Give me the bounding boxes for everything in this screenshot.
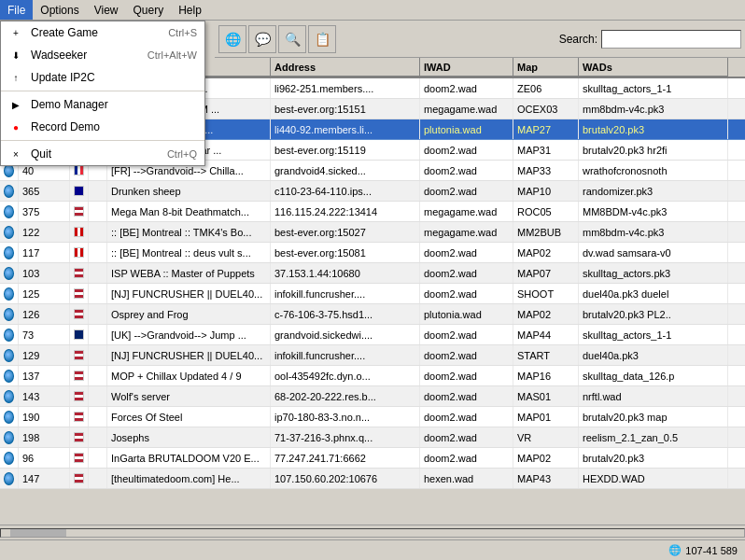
address-cell: li440-92.members.li... xyxy=(271,119,420,139)
server-name-cell: [NJ] FUNCRUSHER || DUEL40... xyxy=(107,345,271,365)
menu-item-record-demo[interactable]: ● Record Demo xyxy=(1,116,204,138)
iwad-cell: doom2.wad xyxy=(420,427,513,447)
server-name-cell: Josephs xyxy=(107,427,271,447)
col-header-iwad[interactable]: IWAD xyxy=(420,58,513,77)
map-cell: MAP44 xyxy=(513,325,579,344)
server-name-cell: MOP + Chillax Updated 4 / 9 xyxy=(107,366,271,385)
table-row[interactable]: 190 Forces Of Steel ip70-180-83-3.no.n..… xyxy=(0,407,745,427)
address-cell: ip70-180-83-3.no.n... xyxy=(271,407,420,427)
create-game-icon: + xyxy=(8,25,23,40)
table-row[interactable]: 365 Drunken sheep c110-23-64-110.ips... … xyxy=(0,181,745,202)
menu-item-create-game[interactable]: + Create Game Ctrl+S xyxy=(1,21,204,44)
flag-icon xyxy=(74,329,84,340)
wads-cell: wrathofcronosnoth xyxy=(579,161,728,180)
menu-item-quit[interactable]: × Quit Ctrl+Q xyxy=(1,143,204,165)
create-game-shortcut: Ctrl+S xyxy=(168,27,197,38)
flag-icon xyxy=(74,473,84,483)
globe-icon xyxy=(4,472,14,485)
wads-cell: randomizer.pk3 xyxy=(579,181,728,201)
status-cell xyxy=(0,243,19,262)
table-row[interactable]: 198 Josephs 71-37-216-3.phnx.q... doom2.… xyxy=(0,427,745,448)
iwad-cell: doom2.wad xyxy=(420,407,513,427)
flag-icon xyxy=(74,350,84,360)
col-header-address[interactable]: Address xyxy=(271,58,420,77)
menu-item-demo-manager[interactable]: ▶ Demo Manager xyxy=(1,93,204,116)
flag-icon xyxy=(74,371,84,381)
toolbar-btn-4[interactable]: 📋 xyxy=(308,25,336,53)
table-row[interactable]: 103 ISP WEBA :: Master of Puppets 37.153… xyxy=(0,263,745,284)
quit-icon: × xyxy=(8,147,23,161)
globe-icon xyxy=(4,329,14,342)
menu-item-wadseeker[interactable]: ⬇ Wadseeker Ctrl+Alt+W xyxy=(1,44,204,66)
ping-cell: 143 xyxy=(19,386,70,406)
menu-options[interactable]: Options xyxy=(33,0,86,20)
globe-icon xyxy=(4,267,14,280)
flag-icon xyxy=(74,227,84,237)
search-area: Search: xyxy=(559,30,741,49)
table-row[interactable]: 117 :: [BE] Montreal :: deus vult s... b… xyxy=(0,243,745,263)
flag-cell xyxy=(70,325,89,344)
address-cell: 37.153.1.44:10680 xyxy=(271,263,420,283)
players-cell xyxy=(89,181,107,201)
server-name-cell: [NJ] FUNCRUSHER || DUEL40... xyxy=(107,284,271,303)
wads-cell: duel40a.pk3 xyxy=(579,345,728,365)
server-name-cell: Wolf's server xyxy=(107,386,271,406)
search-input[interactable] xyxy=(601,30,741,49)
horizontal-scrollbar[interactable] xyxy=(0,525,745,539)
col-header-map[interactable]: Map xyxy=(513,58,579,77)
ping-cell: 137 xyxy=(19,366,70,385)
address-cell: 71-37-216-3.phnx.q... xyxy=(271,427,420,447)
table-row[interactable]: 129 [NJ] FUNCRUSHER || DUEL40... infokil… xyxy=(0,345,745,366)
table-row[interactable]: 137 MOP + Chillax Updated 4 / 9 ool-4354… xyxy=(0,366,745,386)
col-header-wads[interactable]: WADs xyxy=(579,58,728,77)
table-row[interactable]: 375 Mega Man 8-bit Deathmatch... 116.115… xyxy=(0,202,745,222)
status-cell xyxy=(0,366,19,385)
server-name-cell: ISP WEBA :: Master of Puppets xyxy=(107,263,271,283)
table-row[interactable]: 126 Osprey and Frog c-76-106-3-75.hsd1..… xyxy=(0,304,745,325)
menu-item-update-ip2c[interactable]: ↑ Update IP2C xyxy=(1,66,204,89)
status-cell xyxy=(0,263,19,283)
ping-cell: 73 xyxy=(19,325,70,344)
map-cell: MAP02 xyxy=(513,304,579,324)
flag-cell xyxy=(70,243,89,262)
address-cell: 116.115.24.222:13414 xyxy=(271,202,420,221)
address-cell: c-76-106-3-75.hsd1... xyxy=(271,304,420,324)
flag-cell xyxy=(70,366,89,385)
table-row[interactable]: 147 [theultimatedoom.com] He... 107.150.… xyxy=(0,469,745,489)
map-cell: MAP01 xyxy=(513,407,579,427)
flag-icon xyxy=(74,206,84,217)
flag-cell xyxy=(70,284,89,303)
globe-icon xyxy=(4,411,14,424)
ping-cell: 103 xyxy=(19,263,70,283)
toolbar-btn-3[interactable]: 🔍 xyxy=(278,25,306,53)
quit-shortcut: Ctrl+Q xyxy=(167,148,197,160)
menu-help[interactable]: Help xyxy=(171,0,209,20)
table-row[interactable]: 143 Wolf's server 68-202-20-222.res.b...… xyxy=(0,386,745,407)
flag-cell xyxy=(70,386,89,406)
flag-icon xyxy=(74,432,84,442)
wads-cell: skulltag_data_126.p xyxy=(579,366,728,385)
map-cell: MM2BUB xyxy=(513,222,579,242)
wads-cell: MM8BDM-v4c.pk3 xyxy=(579,202,728,221)
menu-file[interactable]: File xyxy=(0,0,33,20)
flag-icon xyxy=(74,412,84,422)
menu-view[interactable]: View xyxy=(87,0,126,20)
iwad-cell: plutonia.wad xyxy=(420,304,513,324)
map-cell: MAP10 xyxy=(513,181,579,201)
table-row[interactable]: 122 :: [BE] Montreal :: TMK4's Bo... bes… xyxy=(0,222,745,243)
toolbar-btn-2[interactable]: 💬 xyxy=(248,25,276,53)
ping-cell: 190 xyxy=(19,407,70,427)
status-cell xyxy=(0,386,19,406)
table-row[interactable]: 96 InGarta BRUTALDOOM V20 E... 77.247.24… xyxy=(0,448,745,469)
players-cell xyxy=(89,325,107,344)
server-name-cell: [UK] -->Grandvoid--> Jump ... xyxy=(107,325,271,344)
iwad-cell: doom2.wad xyxy=(420,325,513,344)
server-name-cell: Drunken sheep xyxy=(107,181,271,201)
address-cell: best-ever.org:15151 xyxy=(271,99,420,119)
table-row[interactable]: 125 [NJ] FUNCRUSHER || DUEL40... infokil… xyxy=(0,284,745,304)
address-cell: 77.247.241.71:6662 xyxy=(271,448,420,468)
toolbar-btn-1[interactable]: 🌐 xyxy=(218,25,246,53)
table-row[interactable]: 73 [UK] -->Grandvoid--> Jump ... grandvo… xyxy=(0,325,745,345)
menu-query[interactable]: Query xyxy=(126,0,172,20)
flag-cell xyxy=(70,304,89,324)
